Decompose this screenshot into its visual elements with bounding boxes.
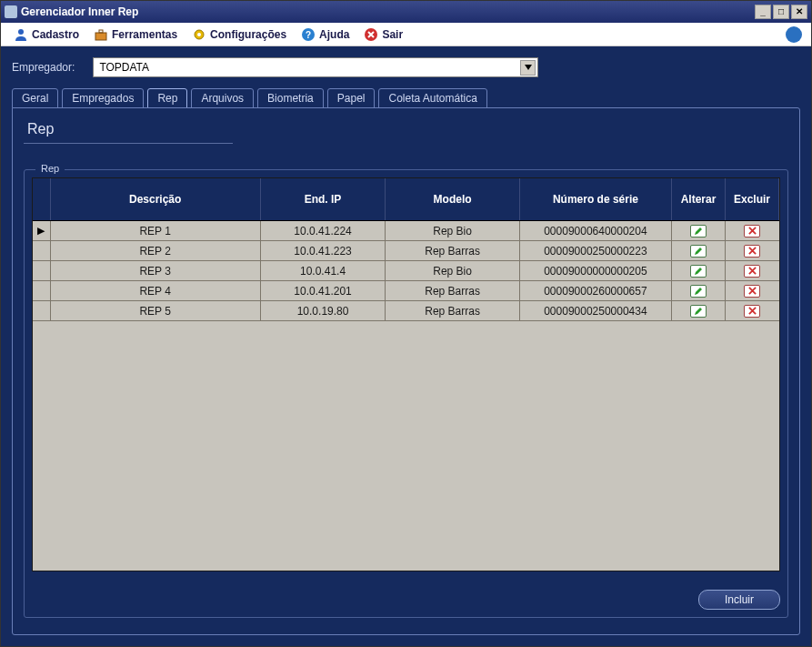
delete-button[interactable] [744,265,760,278]
grid-header: Descrição End. IP Modelo Número de série… [33,178,779,221]
cell-serie: 00009000250000223 [520,241,672,260]
tab-biometria[interactable]: Biometria [257,88,324,108]
cell-excluir [726,261,779,280]
minimize-button[interactable]: _ [755,5,771,19]
svg-rect-2 [99,30,103,33]
incluir-button[interactable]: Incluir [698,590,780,610]
tab-papel[interactable]: Papel [327,88,376,108]
menu-ferramentas-label: Ferramentas [112,28,177,41]
panel-title: Rep [24,117,233,144]
cell-alterar [672,241,726,260]
row-indicator: ▶ [33,221,51,240]
employer-row: Empregador: TOPDATA [12,57,800,77]
grid-body: ▶REP 110.0.41.224Rep Bio0000900064000020… [33,221,779,571]
menu-ferramentas[interactable]: Ferramentas [86,25,185,44]
cell-serie: 00009000260000657 [520,281,672,300]
delete-button[interactable] [744,285,760,298]
table-row[interactable]: REP 410.0.41.201Rep Barras00009000260000… [33,281,779,301]
user-icon [14,27,28,42]
col-descricao[interactable]: Descrição [51,178,261,220]
svg-rect-1 [95,33,106,40]
col-excluir[interactable]: Excluir [726,178,779,220]
edit-button[interactable] [690,225,707,238]
table-row[interactable]: REP 210.0.41.223Rep Barras00009000250000… [33,241,779,261]
toolbox-icon [94,27,108,42]
cell-modelo: Rep Bio [386,261,519,280]
col-alterar[interactable]: Alterar [672,178,726,220]
svg-point-4 [197,33,201,36]
chevron-down-icon [520,60,536,76]
menu-sair-label: Sair [382,28,403,41]
delete-button[interactable] [744,225,760,238]
window-title: Gerenciador Inner Rep [21,5,138,18]
edit-button[interactable] [690,245,707,258]
edit-button[interactable] [690,305,707,318]
cell-alterar [672,261,726,280]
rep-grid: Descrição End. IP Modelo Número de série… [32,177,780,571]
tab-empregados[interactable]: Empregados [62,88,144,108]
cell-modelo: Rep Barras [386,281,519,300]
cell-ip: 10.0.41.4 [261,261,386,280]
menu-configuracoes[interactable]: Configurações [185,25,294,44]
cell-modelo: Rep Barras [386,241,519,260]
app-icon [5,5,17,18]
delete-button[interactable] [744,245,760,258]
employer-value: TOPDATA [99,61,149,74]
exit-icon [364,27,378,42]
tab-coleta[interactable]: Coleta Automática [378,88,486,108]
menu-sair[interactable]: Sair [356,25,410,44]
menu-ajuda-label: Ajuda [319,28,349,41]
cell-modelo: Rep Bio [386,221,519,240]
cell-alterar [672,281,726,300]
globe-icon[interactable] [786,26,802,43]
employer-select[interactable]: TOPDATA [93,57,538,77]
cell-alterar [672,221,726,240]
col-indicator [33,178,51,220]
fieldset-legend: Rep [35,163,65,174]
close-button[interactable]: ✕ [791,5,807,19]
cell-excluir [726,221,779,240]
cell-excluir [726,241,779,260]
cell-excluir [726,281,779,300]
maximize-button[interactable]: □ [773,5,789,19]
cell-modelo: Rep Barras [386,301,519,320]
tab-geral[interactable]: Geral [12,88,58,108]
menu-cadastro[interactable]: Cadastro [6,25,86,44]
cell-serie: 00009000250000434 [520,301,672,320]
row-indicator [33,241,51,260]
col-serie[interactable]: Número de série [520,178,672,220]
fieldset-rep: Rep Descrição End. IP Modelo Número de s… [24,169,788,618]
svg-text:?: ? [306,30,311,40]
table-row[interactable]: REP 310.0.41.4Rep Bio00009000000000205 [33,261,779,281]
cell-serie: 00009000640000204 [520,221,672,240]
cell-excluir [726,301,779,320]
employer-label: Empregador: [12,61,75,74]
row-indicator [33,261,51,280]
edit-button[interactable] [690,285,707,298]
cell-descricao: REP 3 [51,261,261,280]
row-indicator [33,301,51,320]
table-row[interactable]: REP 510.0.19.80Rep Barras000090002500004… [33,301,779,321]
delete-button[interactable] [744,305,760,318]
gear-icon [192,27,206,42]
menu-cadastro-label: Cadastro [32,28,79,41]
tab-arquivos[interactable]: Arquivos [191,88,254,108]
help-icon: ? [301,27,316,42]
cell-descricao: REP 5 [51,301,261,320]
tab-rep[interactable]: Rep [147,88,187,108]
table-row[interactable]: ▶REP 110.0.41.224Rep Bio0000900064000020… [33,221,779,241]
cell-descricao: REP 1 [51,221,261,240]
menu-bar: Cadastro Ferramentas Configurações ? Aju… [1,23,811,46]
tab-strip: Geral Empregados Rep Arquivos Biometria … [12,88,800,108]
menu-configuracoes-label: Configurações [210,28,286,41]
row-indicator [33,281,51,300]
col-ip[interactable]: End. IP [261,178,386,220]
cell-serie: 00009000000000205 [520,261,672,280]
menu-ajuda[interactable]: ? Ajuda [294,25,356,44]
svg-point-0 [18,29,24,35]
cell-ip: 10.0.41.223 [261,241,386,260]
cell-ip: 10.0.41.201 [261,281,386,300]
col-modelo[interactable]: Modelo [386,178,519,220]
edit-button[interactable] [690,265,707,278]
button-row: Incluir [32,571,780,610]
